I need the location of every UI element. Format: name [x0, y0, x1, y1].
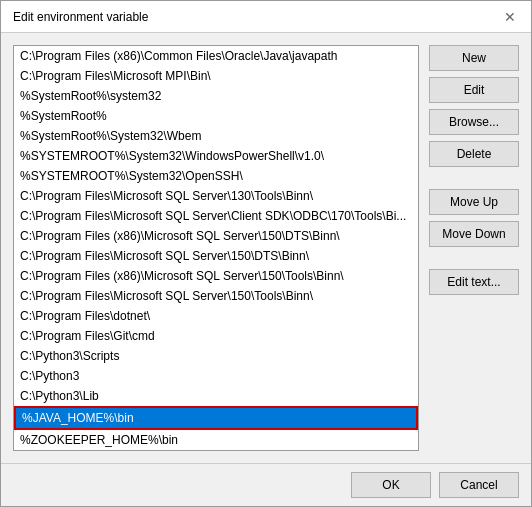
close-button[interactable]: ✕ [501, 8, 519, 26]
ok-button[interactable]: OK [351, 472, 431, 498]
edit-text-button[interactable]: Edit text... [429, 269, 519, 295]
list-item[interactable]: %ZOOKEEPER_HOME%\bin [14, 430, 418, 450]
list-item[interactable]: %SystemRoot%\System32\Wbem [14, 126, 418, 146]
edit-env-var-dialog: Edit environment variable ✕ C:\Program F… [0, 0, 532, 507]
list-item[interactable]: C:\Program Files (x86)\Common Files\Orac… [14, 46, 418, 66]
new-button[interactable]: New [429, 45, 519, 71]
buttons-panel: New Edit Browse... Delete Move Up Move D… [429, 45, 519, 451]
browse-button[interactable]: Browse... [429, 109, 519, 135]
list-item[interactable]: C:\Program Files (x86)\Microsoft SQL Ser… [14, 226, 418, 246]
list-item[interactable]: %SYSTEMROOT%\System32\WindowsPowerShell\… [14, 146, 418, 166]
list-item[interactable]: C:\Program Files\Microsoft SQL Server\15… [14, 286, 418, 306]
move-down-button[interactable]: Move Down [429, 221, 519, 247]
list-item[interactable]: C:\Python3 [14, 366, 418, 386]
list-item[interactable]: C:\Program Files (x86)\Microsoft SQL Ser… [14, 266, 418, 286]
list-item[interactable]: C:\Program Files\Git\cmd [14, 326, 418, 346]
cancel-button[interactable]: Cancel [439, 472, 519, 498]
list-item[interactable]: C:\Python3\Lib [14, 386, 418, 406]
list-item[interactable]: %JAVA_HOME%\bin [14, 406, 418, 430]
list-item[interactable]: %SYSTEMROOT%\System32\OpenSSH\ [14, 166, 418, 186]
env-var-list[interactable]: C:\Program Files (x86)\Common Files\Orac… [13, 45, 419, 451]
list-item[interactable]: C:\Python3\Scripts [14, 346, 418, 366]
list-item[interactable]: C:\Program Files\Microsoft SQL Server\15… [14, 246, 418, 266]
list-item[interactable]: C:\Program Files\Microsoft MPI\Bin\ [14, 66, 418, 86]
delete-button[interactable]: Delete [429, 141, 519, 167]
dialog-footer: OK Cancel [1, 463, 531, 506]
list-item[interactable]: C:\Program Files\dotnet\ [14, 306, 418, 326]
move-up-button[interactable]: Move Up [429, 189, 519, 215]
dialog-content: C:\Program Files (x86)\Common Files\Orac… [1, 33, 531, 463]
dialog-title: Edit environment variable [13, 10, 148, 24]
list-item[interactable]: %SystemRoot%\system32 [14, 86, 418, 106]
list-item[interactable]: C:\Program Files\Microsoft SQL Server\Cl… [14, 206, 418, 226]
edit-button[interactable]: Edit [429, 77, 519, 103]
title-bar: Edit environment variable ✕ [1, 1, 531, 33]
list-item[interactable]: %SystemRoot% [14, 106, 418, 126]
list-item[interactable]: C:\Program Files\Microsoft SQL Server\13… [14, 186, 418, 206]
